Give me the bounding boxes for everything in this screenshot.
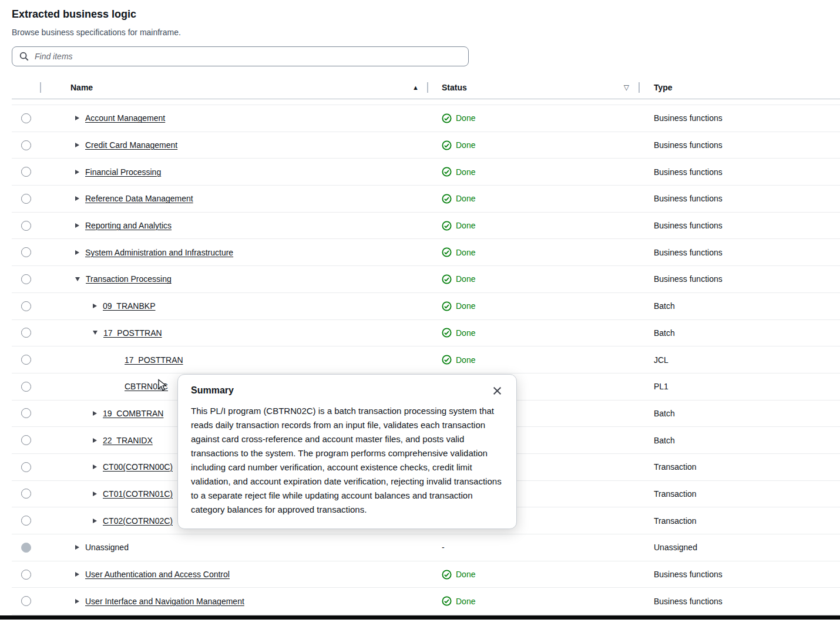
row-radio-button[interactable] (21, 570, 31, 580)
row-name-link[interactable]: User Authentication and Access Control (85, 570, 230, 579)
row-radio-button[interactable] (21, 596, 31, 606)
expand-caret-icon[interactable] (93, 331, 98, 335)
row-name-cell: Financial Processing (40, 167, 427, 177)
row-radio-button[interactable] (21, 462, 31, 472)
row-type: Batch (639, 328, 840, 338)
row-status-cell: Done (427, 140, 639, 150)
status-text: Done (456, 328, 475, 338)
row-radio-button[interactable] (21, 516, 31, 526)
sort-ascending-icon[interactable]: ▲ (412, 84, 419, 91)
row-name-link[interactable]: System Administration and Infrastructure (85, 248, 233, 257)
row-radio-button[interactable] (21, 355, 31, 365)
expand-caret-icon[interactable] (75, 599, 79, 604)
column-label-type: Type (654, 83, 673, 92)
row-radio-button[interactable] (21, 247, 31, 257)
popover-title: Summary (191, 385, 234, 396)
row-type: Unassigned (639, 543, 840, 552)
row-radio-button[interactable] (21, 489, 31, 499)
row-status-cell: Done (427, 113, 639, 123)
row-radio-button[interactable] (21, 194, 31, 204)
row-name-link[interactable]: 19_COMBTRAN (103, 409, 163, 418)
row-name-link[interactable]: 17_POSTTRAN (103, 328, 162, 338)
expand-caret-icon[interactable] (93, 411, 97, 416)
expand-caret-icon[interactable] (75, 545, 79, 550)
row-name-link[interactable]: Financial Processing (85, 167, 161, 177)
row-name-cell: Unassigned (40, 543, 427, 552)
search-box (12, 46, 469, 66)
row-name-link[interactable]: 17_POSTTRAN (125, 355, 183, 365)
table-row: System Administration and Infrastructure… (12, 239, 840, 266)
row-radio-button[interactable] (21, 328, 31, 338)
row-radio-button[interactable] (21, 435, 31, 445)
row-name-cell: User Authentication and Access Control (40, 570, 427, 579)
row-type: Business functions (639, 140, 840, 150)
status-success-icon (442, 140, 452, 150)
row-radio-button[interactable] (21, 221, 31, 231)
row-radio-button[interactable] (21, 274, 31, 284)
row-radio-button[interactable] (21, 408, 31, 418)
row-type: Batch (639, 301, 840, 311)
expand-caret-icon[interactable] (75, 196, 79, 201)
expand-caret-icon[interactable] (93, 492, 97, 496)
row-status-cell: Done (427, 596, 639, 606)
row-type: Transaction (639, 489, 840, 499)
row-name-link[interactable]: 09_TRANBKP (103, 301, 155, 311)
row-name-link[interactable]: User Interface and Navigation Management (85, 597, 244, 606)
expand-caret-icon[interactable] (75, 250, 79, 255)
expand-caret-icon[interactable] (75, 170, 79, 174)
row-name-cell: Transaction Processing (40, 274, 427, 284)
row-name-link[interactable]: 22_TRANIDX (103, 436, 153, 445)
table-row: 09_TRANBKP Done Batch (12, 293, 840, 320)
row-status-cell: Done (427, 274, 639, 284)
row-radio-button[interactable] (21, 140, 31, 150)
row-name-link[interactable]: CT02(COTRN02C) (103, 516, 173, 526)
row-selection-cell (12, 408, 40, 418)
row-name-link[interactable]: Credit Card Management (85, 140, 177, 150)
column-header-status[interactable]: Status ▽ (427, 83, 639, 92)
page: Extracted business logic Browse business… (0, 0, 840, 626)
expand-caret-icon[interactable] (75, 572, 79, 577)
expand-caret-icon[interactable] (93, 438, 97, 443)
expand-caret-icon[interactable] (75, 143, 79, 147)
expand-caret-icon[interactable] (75, 116, 79, 120)
status-text: Done (456, 167, 475, 177)
page-subtitle: Browse business specifications for mainf… (12, 28, 828, 37)
row-name-link[interactable]: CT00(COTRN00C) (103, 462, 173, 472)
search-input[interactable] (12, 46, 469, 66)
row-name-link[interactable]: Reference Data Management (85, 194, 193, 203)
table-row: Credit Card Management Done Business fun… (12, 132, 840, 159)
row-selection-cell (12, 194, 40, 204)
row-name-cell: Reference Data Management (40, 194, 427, 203)
row-type: Transaction (639, 462, 840, 472)
expand-caret-icon[interactable] (93, 465, 97, 469)
row-name-link[interactable]: Transaction Processing (86, 274, 172, 284)
row-name-cell: Credit Card Management (40, 140, 427, 150)
expand-caret-icon[interactable] (75, 223, 79, 228)
status-success-icon (442, 221, 452, 231)
row-name-link[interactable]: CT01(COTRN01C) (103, 489, 173, 499)
status-success-icon (442, 301, 452, 311)
row-status-cell: Done (427, 194, 639, 204)
row-type: Business functions (639, 597, 840, 606)
status-text: Done (456, 355, 475, 365)
close-icon[interactable] (490, 384, 503, 397)
row-name-link[interactable]: Reporting and Analytics (85, 221, 172, 230)
row-selection-cell (12, 274, 40, 284)
expand-caret-icon[interactable] (93, 519, 97, 523)
row-radio-button[interactable] (21, 167, 31, 177)
search-icon (19, 51, 29, 62)
column-header-type[interactable]: Type (639, 83, 840, 92)
table-row: 17_POSTTRAN Done JCL (12, 346, 840, 373)
column-header-name[interactable]: Name ▲ (40, 83, 427, 92)
row-name-cell: 09_TRANBKP (40, 301, 427, 311)
expand-caret-icon[interactable] (93, 304, 97, 308)
row-radio-button[interactable] (21, 113, 31, 123)
status-success-icon (442, 355, 452, 365)
sort-descending-icon[interactable]: ▽ (624, 83, 629, 92)
row-name-cell: 17_POSTTRAN (40, 355, 427, 365)
row-radio-button[interactable] (21, 543, 31, 553)
expand-caret-icon[interactable] (75, 277, 80, 281)
row-name-link[interactable]: Account Management (85, 113, 165, 123)
row-radio-button[interactable] (21, 382, 31, 392)
row-radio-button[interactable] (21, 301, 31, 311)
